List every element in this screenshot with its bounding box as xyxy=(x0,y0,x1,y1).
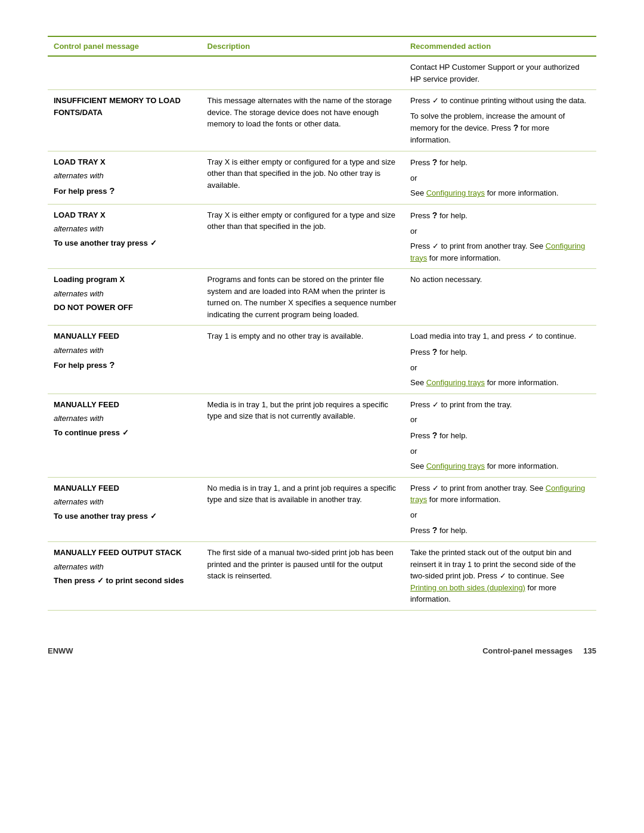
cell-control-0 xyxy=(48,56,202,90)
main-table-container: Control panel message Description Recomm… xyxy=(48,36,596,611)
cell-desc-7: No media is in tray 1, and a print job r… xyxy=(202,477,404,542)
page-footer: ENWW Control-panel messages 135 xyxy=(48,646,596,655)
link-printing-on-both-sides-(duplexing)[interactable]: Printing on both sides (duplexing) xyxy=(410,583,525,592)
table-row: MANUALLY FEED alternates withFor help pr… xyxy=(48,326,596,394)
cell-desc-6: Media is in tray 1, but the print job re… xyxy=(202,394,404,477)
cell-desc-4: Programs and fonts can be stored on the … xyxy=(202,269,404,326)
cell-control-7: MANUALLY FEED alternates withTo use anot… xyxy=(48,477,202,542)
table-row: Loading program Xalternates withDO NOT P… xyxy=(48,269,596,326)
cell-control-1: INSUFFICIENT MEMORY TO LOAD FONTS/DATA xyxy=(48,90,202,151)
control-panel-table: Control panel message Description Recomm… xyxy=(48,36,596,611)
header-description: Description xyxy=(202,36,404,56)
table-row: MANUALLY FEED OUTPUT STACKalternates wit… xyxy=(48,542,596,611)
table-header-row: Control panel message Description Recomm… xyxy=(48,36,596,56)
table-row: MANUALLY FEED alternates withTo continue… xyxy=(48,394,596,477)
cell-action-0: Contact HP Customer Support or your auth… xyxy=(404,56,596,90)
cell-desc-1: This message alternates with the name of… xyxy=(202,90,404,151)
cell-desc-0 xyxy=(202,56,404,90)
header-recommended-action: Recommended action xyxy=(404,36,596,56)
footer-page-number: 135 xyxy=(583,646,596,655)
cell-desc-3: Tray X is either empty or configured for… xyxy=(202,204,404,269)
link-configuring-trays[interactable]: Configuring trays xyxy=(426,378,485,387)
cell-control-4: Loading program Xalternates withDO NOT P… xyxy=(48,269,202,326)
cell-action-2: Press ? for help.orSee Configuring trays… xyxy=(404,151,596,204)
cell-action-6: Press ✓ to print from the tray.orPress ?… xyxy=(404,394,596,477)
cell-action-3: Press ? for help.orPress ✓ to print from… xyxy=(404,204,596,269)
cell-action-5: Load media into tray 1, and press ✓ to c… xyxy=(404,326,596,394)
cell-desc-5: Tray 1 is empty and no other tray is ava… xyxy=(202,326,404,394)
cell-control-5: MANUALLY FEED alternates withFor help pr… xyxy=(48,326,202,394)
header-control-panel: Control panel message xyxy=(48,36,202,56)
footer-left: ENWW xyxy=(48,646,73,655)
table-row: LOAD TRAY X alternates withFor help pres… xyxy=(48,151,596,204)
cell-action-1: Press ✓ to continue printing without usi… xyxy=(404,90,596,151)
cell-control-2: LOAD TRAY X alternates withFor help pres… xyxy=(48,151,202,204)
table-row: MANUALLY FEED alternates withTo use anot… xyxy=(48,477,596,542)
cell-control-3: LOAD TRAY X alternates withTo use anothe… xyxy=(48,204,202,269)
footer-section-label: Control-panel messages xyxy=(482,646,572,655)
cell-action-7: Press ✓ to print from another tray. See … xyxy=(404,477,596,542)
link-configuring-trays[interactable]: Configuring trays xyxy=(426,462,485,470)
cell-action-8: Take the printed stack out of the output… xyxy=(404,542,596,611)
link-configuring-trays[interactable]: Configuring trays xyxy=(426,188,485,197)
cell-control-6: MANUALLY FEED alternates withTo continue… xyxy=(48,394,202,477)
table-row: LOAD TRAY X alternates withTo use anothe… xyxy=(48,204,596,269)
cell-control-8: MANUALLY FEED OUTPUT STACKalternates wit… xyxy=(48,542,202,611)
table-row: Contact HP Customer Support or your auth… xyxy=(48,56,596,90)
cell-desc-2: Tray X is either empty or configured for… xyxy=(202,151,404,204)
footer-right: Control-panel messages 135 xyxy=(482,646,596,655)
cell-desc-8: The first side of a manual two-sided pri… xyxy=(202,542,404,611)
cell-action-4: No action necessary. xyxy=(404,269,596,326)
table-row: INSUFFICIENT MEMORY TO LOAD FONTS/DATATh… xyxy=(48,90,596,151)
